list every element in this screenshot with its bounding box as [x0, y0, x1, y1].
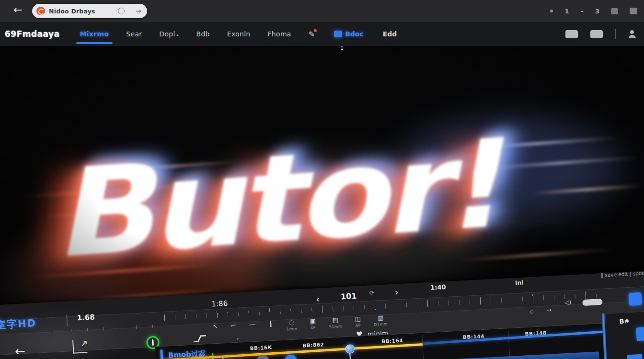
window-control-3[interactable]: 3 [595, 8, 599, 15]
main-tabs: Mixrmo Sear Dopl▸ Bdb Exonln Fhoma [80, 30, 291, 38]
cursor-icon: ↖ [213, 323, 218, 330]
tab-dopl[interactable]: Dopl▸ [159, 30, 179, 38]
pen-icon[interactable]: ✎ [309, 30, 315, 39]
blue-keyframe-track[interactable] [422, 330, 605, 345]
panel-icon-a[interactable] [565, 30, 578, 38]
tab-bdb[interactable]: Bdb [196, 30, 210, 38]
window-control-minimize[interactable]: – [580, 8, 584, 15]
clip-timestamp: BB:164 [381, 337, 403, 344]
line-icon: — [249, 321, 255, 328]
hd-label[interactable]: 室字HD [0, 316, 37, 332]
bubble-icon[interactable] [118, 8, 125, 14]
line-tool[interactable]: — [249, 321, 255, 328]
transport-label: Inl [515, 279, 524, 286]
clip-separator [508, 330, 510, 357]
tab-mixrmo[interactable]: Mixrmo [80, 30, 109, 38]
dot-icon [550, 10, 553, 12]
clip-timestamp: BB:862 [302, 341, 324, 348]
layers-tool[interactable]: ▥D1mm [373, 314, 388, 326]
window-controls: 1 – 3 [550, 0, 637, 22]
browser-bar: ← ☰ Nidoo Drbays → 1 – 3 [0, 0, 644, 22]
tab-exonln[interactable]: Exonln [227, 30, 251, 38]
chevron-down-icon: ▸ [177, 33, 179, 37]
user-avatar-icon[interactable] [628, 30, 636, 38]
slider-pill[interactable] [582, 299, 603, 306]
rows-icon: ▤ [332, 317, 338, 324]
inspector-blue-button[interactable] [636, 325, 644, 341]
tool-label: 51mm [329, 324, 342, 329]
apps-grid-icon[interactable] [630, 8, 637, 14]
loupe-tool[interactable]: ◌1mm [286, 319, 297, 331]
trim-tool[interactable]: ⌐ [230, 322, 236, 329]
clip-timestamp: BB:16K [250, 344, 272, 351]
divider [615, 29, 616, 39]
small-box-icon[interactable]: ▫ [530, 308, 534, 314]
grid-tool[interactable]: ▣4P [310, 318, 316, 330]
split-tool[interactable]: ◫AP [355, 315, 361, 328]
tab-fhoma[interactable]: Fhoma [268, 30, 291, 38]
frame-counter: 101 [341, 292, 357, 302]
preview-canvas[interactable]: Butor! Butor! Butor! [0, 46, 644, 314]
window-control-1[interactable]: 1 [564, 8, 569, 15]
undo-back-icon[interactable]: ← [14, 344, 25, 359]
loop-icon[interactable]: ⟳ [369, 290, 374, 297]
tool-label: 1mm [287, 326, 298, 331]
marker-tool[interactable]: ❙ [268, 320, 274, 327]
export-icon[interactable]: ↗ [72, 339, 87, 354]
doc-label: Bdoc [345, 30, 364, 38]
clip-separator [422, 335, 424, 359]
inspector-blue-chip[interactable] [627, 354, 643, 359]
clip-start-handle[interactable] [160, 349, 164, 359]
doc-icon [334, 31, 342, 37]
back-arrow-icon[interactable]: ← [13, 4, 22, 16]
scale-value: 1.68 [77, 313, 95, 322]
speaker-icon[interactable]: ◁) [564, 299, 572, 306]
go-arrow-icon[interactable]: → [135, 7, 141, 15]
small-arrow-icon[interactable]: ⇢ [547, 306, 552, 314]
menu-bar: 69Fmdaaya Mixrmo Sear Dopl▸ Bdb Exonln F… [0, 22, 644, 46]
playhead-top-marker: 1 [340, 45, 344, 51]
tab-dopl-label: Dopl [159, 30, 175, 38]
grid-icon: ▣ [310, 318, 316, 325]
tool-label: D1mm [374, 322, 388, 326]
select-tool[interactable]: ↖ [213, 323, 218, 330]
address-bar[interactable]: Nidoo Drbays → [32, 4, 147, 18]
split-icon: ◫ [355, 315, 361, 323]
address-text: Nidoo Drbays [49, 8, 95, 15]
layers-icon: ▥ [378, 314, 384, 322]
timecode-right: 1:40 [430, 283, 446, 292]
next-frame-button[interactable]: › [394, 286, 399, 298]
loupe-icon: ◌ [289, 319, 295, 326]
export-arrow: ↗ [80, 337, 88, 348]
lock-icon[interactable] [611, 8, 618, 14]
menubar-right-icons [565, 29, 636, 39]
panel-icon-b[interactable] [590, 30, 603, 38]
tab-sear[interactable]: Sear [126, 30, 142, 38]
trim-icon: ⌐ [230, 322, 236, 329]
edit-button[interactable]: Edd [383, 30, 397, 38]
tool-label: AP [355, 323, 361, 328]
inspector-panel: B# [606, 309, 644, 359]
playhead-handle[interactable] [345, 344, 355, 354]
blue-action-button[interactable] [628, 292, 642, 306]
marker-icon: ❙ [268, 320, 274, 327]
doc-button[interactable]: Bdoc [334, 30, 364, 38]
prev-frame-button[interactable]: ‹ [316, 293, 320, 305]
blue-circle-button[interactable]: ◎ [284, 354, 297, 359]
timecode-left: 1:86 [211, 299, 228, 309]
rows-tool[interactable]: ▤51mm [328, 316, 342, 329]
notification-dot [314, 29, 317, 32]
inspector-label: B# [619, 317, 630, 325]
app-logo: 69Fmdaaya [5, 29, 60, 39]
tool-label: 4P [310, 325, 316, 330]
site-logo-icon [36, 7, 45, 15]
